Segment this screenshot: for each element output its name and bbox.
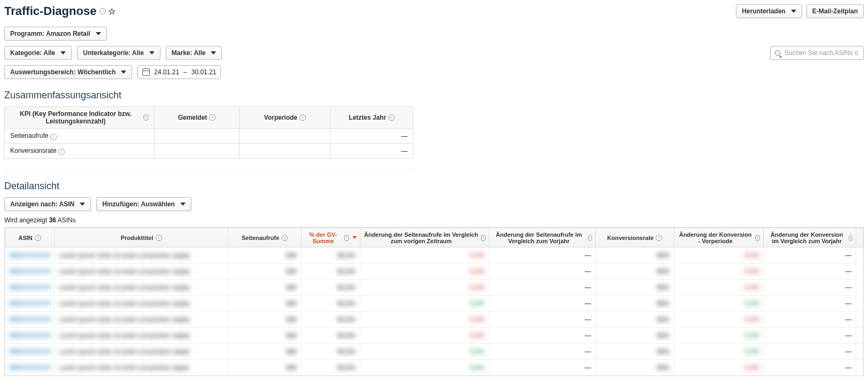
- col-change-yoy[interactable]: Änderung der Seitenaufrufe im Vergleich …: [489, 228, 595, 247]
- cell-asin[interactable]: B00XXXXXXX: [5, 328, 55, 344]
- search-input[interactable]: [783, 49, 859, 57]
- col-conv-change-prior[interactable]: Änderung der Konversion - Vorperiode: [674, 228, 764, 247]
- cell-asin[interactable]: B00XXXXXXX: [5, 360, 55, 376]
- col-producttitle[interactable]: Produkttitel: [55, 228, 228, 247]
- cell-title: Lorem ipsum dolor sit amet consectetur a…: [55, 328, 228, 344]
- summary-row: Seitenaufrufe —: [5, 129, 413, 144]
- cell-conv: 00%: [595, 344, 674, 360]
- table-row[interactable]: B00XXXXXXXLorem ipsum dolor sit amet con…: [5, 296, 863, 312]
- subcategory-filter[interactable]: Unterkategorie: Alle: [77, 46, 160, 60]
- chevron-down-icon: [96, 32, 101, 35]
- info-icon[interactable]: [50, 134, 57, 140]
- cell-pct: 00,0%: [301, 263, 360, 280]
- cell-chg-prior: 0,0%: [360, 328, 489, 344]
- cell-views: 000: [228, 312, 301, 328]
- chevron-down-icon: [121, 71, 126, 74]
- cell-conv-chg-yoy: —: [764, 344, 856, 360]
- cell-asin[interactable]: B00XXXXXXX: [5, 344, 55, 360]
- info-icon: [481, 235, 486, 241]
- col-asin[interactable]: ASIN: [5, 228, 55, 247]
- info-icon[interactable]: [58, 149, 65, 155]
- page-title: Traffic-Diagnose ☆: [4, 4, 116, 18]
- program-filter[interactable]: Programm: Amazon Retail: [4, 27, 107, 41]
- cell-conv: 00%: [595, 263, 674, 280]
- chevron-down-icon: [60, 51, 66, 55]
- table-row[interactable]: B00XXXXXXXLorem ipsum dolor sit amet con…: [5, 247, 863, 263]
- col-change-prior[interactable]: Änderung der Seitenaufrufe im Vergleich …: [360, 228, 489, 247]
- cell-chg-yoy: —: [489, 344, 595, 360]
- table-row[interactable]: B00XXXXXXXLorem ipsum dolor sit amet con…: [5, 263, 863, 280]
- cell-views: 000: [228, 328, 301, 344]
- cell-chg-yoy: —: [489, 263, 595, 280]
- chevron-down-icon: [149, 51, 155, 55]
- reporting-range-filter[interactable]: Auswertungsbereich: Wöchentlich: [4, 65, 132, 79]
- cell-asin[interactable]: B00XXXXXXX: [5, 247, 55, 263]
- cell-chg-prior: 0,0%: [360, 312, 489, 328]
- cell-title: Lorem ipsum dolor sit amet consectetur a…: [55, 344, 228, 360]
- search-icon: [775, 50, 780, 56]
- cell-pct: 00,0%: [301, 344, 360, 360]
- summary-col-reported: Gemeldet: [154, 107, 240, 129]
- sort-desc-icon: [352, 236, 357, 239]
- cell-conv-chg-prior: 0,0%: [674, 328, 764, 344]
- chevron-down-icon: [211, 51, 216, 55]
- col-conversion[interactable]: Konversionsrate: [595, 228, 674, 247]
- email-schedule-button-label: E-Mail-Zeitplan: [812, 7, 858, 15]
- table-row[interactable]: B00XXXXXXXLorem ipsum dolor sit amet con…: [5, 360, 863, 376]
- info-icon[interactable]: [388, 114, 395, 121]
- col-pageviews[interactable]: Seitenaufrufe: [228, 228, 301, 247]
- calendar-icon: [142, 68, 150, 76]
- table-row[interactable]: B00XXXXXXXLorem ipsum dolor sit amet con…: [5, 344, 863, 360]
- favorite-star-icon[interactable]: ☆: [108, 6, 116, 17]
- cell-conv: 00%: [595, 312, 674, 328]
- cell-conv: 00%: [595, 296, 674, 312]
- cell-conv-chg-prior: 0,0%: [674, 296, 764, 312]
- table-row[interactable]: B00XXXXXXXLorem ipsum dolor sit amet con…: [5, 312, 863, 328]
- search-box[interactable]: [770, 46, 864, 60]
- download-button[interactable]: Herunterladen: [736, 4, 802, 18]
- cell-views: 000: [228, 263, 301, 280]
- info-icon[interactable]: [299, 114, 306, 121]
- cell-chg-yoy: —: [489, 247, 595, 263]
- info-icon[interactable]: [99, 8, 106, 14]
- category-filter[interactable]: Kategorie: Alle: [4, 46, 72, 60]
- cell-title: Lorem ipsum dolor sit amet consectetur a…: [55, 312, 228, 328]
- info-icon: [156, 235, 162, 241]
- table-row[interactable]: B00XXXXXXXLorem ipsum dolor sit amet con…: [5, 328, 863, 344]
- cell-title: Lorem ipsum dolor sit amet consectetur a…: [55, 280, 228, 296]
- cell-title: Lorem ipsum dolor sit amet consectetur a…: [55, 360, 228, 376]
- cell-conv-chg-yoy: —: [764, 296, 856, 312]
- download-button-label: Herunterladen: [742, 7, 785, 15]
- email-schedule-button[interactable]: E-Mail-Zeitplan: [806, 4, 864, 18]
- cell-title: Lorem ipsum dolor sit amet consectetur a…: [55, 296, 228, 312]
- brand-filter[interactable]: Marke: Alle: [166, 46, 222, 60]
- cell-asin[interactable]: B00XXXXXXX: [5, 263, 55, 280]
- date-to: 30.01.21: [191, 68, 217, 76]
- chevron-down-icon: [791, 10, 796, 13]
- cell-conv: 00%: [595, 247, 674, 263]
- cell-chg-prior: 0,0%: [360, 296, 489, 312]
- info-icon[interactable]: [209, 114, 216, 121]
- show-by-filter[interactable]: Anzeigen nach: ASIN: [4, 197, 91, 211]
- cell-asin[interactable]: B00XXXXXXX: [5, 312, 55, 328]
- cell-chg-yoy: —: [489, 296, 595, 312]
- info-icon: [588, 235, 592, 241]
- cell-conv-chg-yoy: —: [764, 312, 856, 328]
- info-icon[interactable]: [143, 114, 149, 121]
- cell-conv: 00%: [595, 280, 674, 296]
- col-pct-gv-total[interactable]: % der GV-Summe: [301, 228, 360, 247]
- add-columns-filter[interactable]: Hinzufügen: Auswählen: [96, 197, 191, 211]
- cell-conv-chg-prior: 0,0%: [674, 263, 764, 280]
- col-conv-change-yoy[interactable]: Änderung der Konversion im Vergleich zum…: [764, 228, 856, 247]
- summary-title: Zusammenfassungsansicht: [4, 90, 864, 101]
- cell-title: Lorem ipsum dolor sit amet consectetur a…: [55, 247, 228, 263]
- cell-conv-chg-prior: 0,0%: [674, 312, 764, 328]
- cell-views: 000: [228, 344, 301, 360]
- info-icon: [755, 235, 760, 241]
- table-row[interactable]: B00XXXXXXXLorem ipsum dolor sit amet con…: [5, 280, 863, 296]
- cell-asin[interactable]: B00XXXXXXX: [5, 280, 55, 296]
- cell-pct: 00,0%: [301, 328, 360, 344]
- cell-conv-chg-prior: 0,0%: [674, 344, 764, 360]
- cell-asin[interactable]: B00XXXXXXX: [5, 296, 55, 312]
- date-range-picker[interactable]: 24.01.21 – 30.01.21: [137, 65, 221, 79]
